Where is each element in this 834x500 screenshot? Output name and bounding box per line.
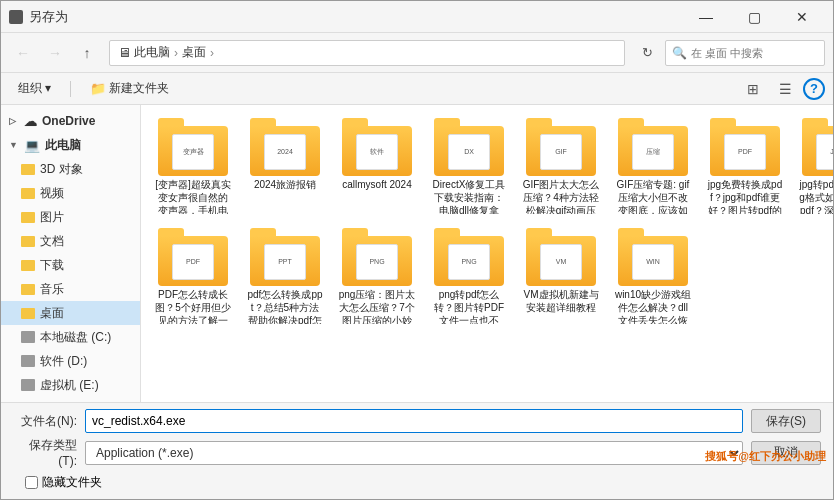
dialog-title: 另存为 xyxy=(29,8,68,26)
file-item[interactable]: GIF GIF图片太大怎么压缩？4种方法轻松解决gif动画压缩！ xyxy=(517,113,605,219)
titlebar: 另存为 — ▢ ✕ xyxy=(1,1,833,33)
main-area: ▷ ☁ OneDrive ▼ 💻 此电脑 3D 对象 视频 图片 xyxy=(1,105,833,402)
folder-icon-wrapper: GIF xyxy=(526,118,596,176)
folder-content: WIN xyxy=(632,244,674,280)
sidebar-item-pictures[interactable]: 图片 xyxy=(1,205,140,229)
sidebar-item-desktop[interactable]: 桌面 xyxy=(1,301,140,325)
file-label: callmysoft 2024 xyxy=(342,178,411,191)
search-input[interactable] xyxy=(691,47,829,59)
cancel-button[interactable]: 取消 xyxy=(751,441,821,465)
folder-icon-wrapper: 2024 xyxy=(250,118,320,176)
file-item[interactable]: DX DirectX修复工具下载安装指南：电脑dll修复拿下！6种dll缺失..… xyxy=(425,113,513,219)
up-button[interactable]: ↑ xyxy=(73,39,101,67)
organize-button[interactable]: 组织 ▾ xyxy=(9,77,60,101)
help-button[interactable]: ? xyxy=(803,78,825,100)
sidebar-item-music[interactable]: 音乐 xyxy=(1,277,140,301)
expand-icon: ▼ xyxy=(9,140,19,150)
folder-content: 软件 xyxy=(356,134,398,170)
folder-body: VM xyxy=(526,236,596,286)
folder-icon-wrapper: 变声器 xyxy=(158,118,228,176)
folder-icon-wrapper: PDF xyxy=(710,118,780,176)
filetype-row: 保存类型(T): Application (*.exe) 取消 xyxy=(13,437,821,468)
sidebar-item-thispc[interactable]: ▼ 💻 此电脑 xyxy=(1,133,140,157)
view-icon-button[interactable]: ⊞ xyxy=(739,77,767,101)
sidebar-item-documents[interactable]: 文档 xyxy=(1,229,140,253)
titlebar-buttons: — ▢ ✕ xyxy=(683,2,825,32)
filetype-select[interactable]: Application (*.exe) xyxy=(85,441,743,465)
file-item[interactable]: 变声器 [变声器]超级真实变女声很自然的变声器，手机电脑都有！不吃... xyxy=(149,113,237,219)
file-item[interactable]: PNG png转pdf怎么转？图片转PDF文件一点也不难！掌握这5种... xyxy=(425,223,513,329)
folder-icon xyxy=(21,260,35,271)
maximize-button[interactable]: ▢ xyxy=(731,2,777,32)
sidebar-item-drivee[interactable]: 虚拟机 (E:) xyxy=(1,373,140,397)
sidebar-item-localc[interactable]: 本地磁盘 (C:) xyxy=(1,325,140,349)
folder-icon-wrapper: PPT xyxy=(250,228,320,286)
file-item[interactable]: PNG png压缩：图片太大怎么压缩？7个图片压缩的小妙招！ xyxy=(333,223,421,329)
folder-content: VM xyxy=(540,244,582,280)
sidebar-item-drived[interactable]: 软件 (D:) xyxy=(1,349,140,373)
folder-img: PDF xyxy=(169,242,217,282)
folder-body: 2024 xyxy=(250,126,320,176)
hidden-files-row: 隐藏文件夹 xyxy=(13,472,821,493)
folder-body: 变声器 xyxy=(158,126,228,176)
filename-row: 文件名(N): 保存(S) xyxy=(13,409,821,433)
file-item[interactable]: JPG jpg转pdf：图片jpg格式如何转换成pdf？深度解析还8款软件！ xyxy=(793,113,833,219)
breadcrumb-sep2: › xyxy=(210,46,214,60)
sidebar-item-3d[interactable]: 3D 对象 xyxy=(1,157,140,181)
folder-img: DX xyxy=(445,132,493,172)
file-item[interactable]: PDF PDF怎么转成长图？5个好用但少见的方法了解一下！ xyxy=(149,223,237,329)
sidebar-item-video[interactable]: 视频 xyxy=(1,181,140,205)
folder-icon xyxy=(21,164,35,175)
folder-icon xyxy=(21,188,35,199)
folder-icon-wrapper: 软件 xyxy=(342,118,412,176)
folder-body: PDF xyxy=(158,236,228,286)
breadcrumb-bar[interactable]: 🖥 此电脑 › 桌面 › xyxy=(109,40,625,66)
folder-img: VM xyxy=(537,242,585,282)
file-label: VM虚拟机新建与安装超详细教程 xyxy=(522,288,600,314)
sidebar-item-downloads[interactable]: 下载 xyxy=(1,253,140,277)
actionbar-right: ⊞ ☰ ? xyxy=(739,77,825,101)
new-folder-button[interactable]: 📁 新建文件夹 xyxy=(81,77,178,101)
file-item[interactable]: 2024 2024旅游报销 xyxy=(241,113,329,219)
bottom-bar: 文件名(N): 保存(S) 保存类型(T): Application (*.ex… xyxy=(1,402,833,499)
folder-body: PPT xyxy=(250,236,320,286)
expand-icon: ▷ xyxy=(9,116,19,126)
folder-body: GIF xyxy=(526,126,596,176)
file-label: 2024旅游报销 xyxy=(254,178,316,191)
save-button[interactable]: 保存(S) xyxy=(751,409,821,433)
minimize-button[interactable]: — xyxy=(683,2,729,32)
hidden-files-checkbox[interactable] xyxy=(25,476,38,489)
forward-button[interactable]: → xyxy=(41,39,69,67)
file-label: GIF图片太大怎么压缩？4种方法轻松解决gif动画压缩！ xyxy=(522,178,600,214)
file-item[interactable]: PDF jpg免费转换成pdf？jpg和pdf谁更好？图片转pdf的优势总结！ xyxy=(701,113,789,219)
folder-img: PDF xyxy=(721,132,769,172)
filename-input[interactable] xyxy=(85,409,743,433)
file-label: win10缺少游戏组件怎么解决？dll文件丢失怎么恢复？收藏这6... xyxy=(614,288,692,324)
view-list-button[interactable]: ☰ xyxy=(771,77,799,101)
breadcrumb-desktop: 桌面 xyxy=(182,44,206,61)
folder-content: PDF xyxy=(172,244,214,280)
file-item[interactable]: 软件 callmysoft 2024 xyxy=(333,113,421,219)
new-folder-icon: 📁 xyxy=(90,81,106,96)
folder-img: PNG xyxy=(445,242,493,282)
folder-img: PNG xyxy=(353,242,401,282)
file-item[interactable]: 压缩 GIF压缩专题: gif压缩大小但不改变图底，应该如何操作？ xyxy=(609,113,697,219)
sidebar-item-onedrive[interactable]: ▷ ☁ OneDrive xyxy=(1,109,140,133)
file-item[interactable]: VM VM虚拟机新建与安装超详细教程 xyxy=(517,223,605,329)
file-label: [变声器]超级真实变女声很自然的变声器，手机电脑都有！不吃... xyxy=(154,178,232,214)
folder-content: 压缩 xyxy=(632,134,674,170)
refresh-button[interactable]: ↻ xyxy=(633,39,661,67)
file-item[interactable]: PPT pdf怎么转换成ppt？总结5种方法帮助你解决pdf怎么转换成ppt难.… xyxy=(241,223,329,329)
folder-body: WIN xyxy=(618,236,688,286)
close-button[interactable]: ✕ xyxy=(779,2,825,32)
file-label: PDF怎么转成长图？5个好用但少见的方法了解一下！ xyxy=(154,288,232,324)
folder-content: 变声器 xyxy=(172,134,214,170)
file-label: GIF压缩专题: gif压缩大小但不改变图底，应该如何操作？ xyxy=(614,178,692,214)
save-dialog: 另存为 — ▢ ✕ ← → ↑ 🖥 此电脑 › 桌面 › ↻ 🔍 组织 ▾ xyxy=(0,0,834,500)
file-item[interactable]: WIN win10缺少游戏组件怎么解决？dll文件丢失怎么恢复？收藏这6... xyxy=(609,223,697,329)
folder-content: PNG xyxy=(448,244,490,280)
back-button[interactable]: ← xyxy=(9,39,37,67)
file-area: 变声器 [变声器]超级真实变女声很自然的变声器，手机电脑都有！不吃... 202… xyxy=(141,105,833,402)
dialog-icon xyxy=(9,10,23,24)
folder-img: WIN xyxy=(629,242,677,282)
